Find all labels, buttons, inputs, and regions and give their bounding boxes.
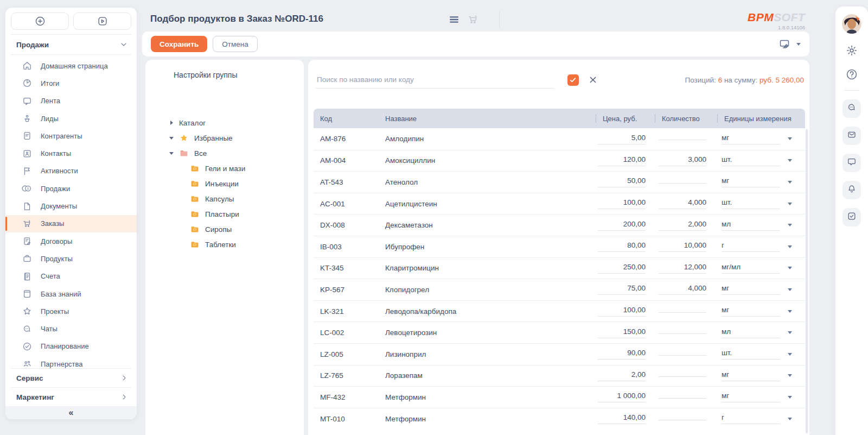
unit-select[interactable]: мг/мл (722, 263, 780, 274)
caret-down-icon[interactable] (788, 224, 792, 226)
user-avatar[interactable] (842, 14, 861, 34)
tree-caret-icon[interactable] (168, 121, 175, 125)
unit-select[interactable]: мл (722, 220, 780, 231)
settings-gear-icon[interactable] (845, 43, 859, 58)
price-input[interactable]: 5,00 (598, 134, 646, 144)
sidebar-section-marketing[interactable]: Маркетинг (5, 388, 137, 406)
caret-down-icon[interactable] (788, 159, 792, 162)
quantity-input[interactable] (659, 396, 706, 399)
caret-down-icon[interactable] (788, 245, 792, 248)
table-row[interactable]: LZ-005 Лизиноприл 90,00 шт. (314, 343, 805, 365)
sidebar-item[interactable]: Заказы (5, 215, 137, 232)
unit-select[interactable]: шт. (722, 198, 780, 209)
filter-checkbox[interactable] (567, 74, 579, 86)
unit-select[interactable]: мг (722, 392, 780, 402)
sidebar-item[interactable]: Продукты (5, 250, 137, 267)
sidebar-item[interactable]: Договоры (5, 232, 137, 250)
unit-select[interactable]: шт. (722, 349, 780, 360)
price-input[interactable]: 90,00 (598, 349, 646, 360)
comment-button[interactable] (843, 154, 861, 172)
tree-node[interactable]: Избранные (145, 130, 304, 146)
caret-down-icon[interactable] (788, 310, 792, 313)
caret-down-icon[interactable] (788, 331, 792, 334)
close-icon[interactable] (588, 74, 598, 85)
table-row[interactable]: AM-004 Амоксициллин 120,00 3,000 шт. (314, 150, 805, 172)
sidebar-item[interactable]: Документы (5, 197, 137, 215)
sidebar-item[interactable]: Счета (5, 268, 137, 285)
quantity-input[interactable] (659, 331, 706, 334)
sidebar-item[interactable]: Продажи (5, 180, 137, 197)
price-input[interactable]: 2,00 (598, 370, 646, 381)
table-row[interactable]: DX-008 Дексаметазон 200,00 2,000 мл (314, 214, 805, 236)
tree-node[interactable]: Сиропы (145, 222, 304, 237)
caret-down-icon[interactable] (788, 353, 792, 356)
tree-node[interactable]: Таблетки (145, 237, 304, 252)
quantity-input[interactable] (659, 353, 706, 356)
column-qty[interactable]: Количество (655, 114, 717, 123)
table-row[interactable]: AT-543 Атенолол 50,00 мг (314, 171, 805, 193)
cart-view-icon[interactable] (467, 13, 480, 26)
tree-node[interactable]: Инъекции (145, 176, 304, 191)
table-row[interactable]: LC-002 Левоцетирозин 150,00 мл (314, 321, 805, 343)
sidebar-item[interactable]: Контрагенты (5, 127, 137, 144)
tree-node[interactable]: Каталог (145, 115, 304, 130)
tree-caret-icon[interactable] (168, 152, 175, 155)
save-button[interactable]: Сохранить (151, 36, 207, 52)
table-row[interactable]: KT-345 Кларитромицин 250,00 12,000 мг/мл (314, 257, 805, 279)
sidebar-item[interactable]: Планирование (5, 338, 137, 355)
run-process-button[interactable] (73, 12, 131, 30)
table-row[interactable]: IB-003 Ибупрофен 80,00 10,000 г (314, 236, 805, 257)
quantity-input[interactable]: 2,000 (659, 220, 706, 231)
quantity-input[interactable]: 10,000 (659, 241, 706, 252)
cancel-button[interactable]: Отмена (213, 36, 257, 52)
column-unit[interactable]: Единицы измерения (717, 114, 805, 123)
caret-down-icon[interactable] (788, 288, 792, 291)
quantity-input[interactable] (659, 137, 706, 140)
price-input[interactable]: 75,00 (598, 284, 646, 295)
caret-down-icon[interactable] (788, 181, 792, 184)
quantity-input[interactable]: 3,000 (659, 155, 706, 166)
sidebar-item[interactable]: База знаний (5, 285, 137, 302)
unit-select[interactable]: мг (722, 284, 780, 295)
bell-button[interactable] (843, 181, 861, 199)
list-view-icon[interactable] (448, 14, 460, 26)
price-input[interactable]: 140,00 (598, 413, 646, 424)
caret-down-icon[interactable] (788, 267, 792, 269)
caret-down-icon[interactable] (788, 374, 792, 377)
price-input[interactable]: 80,00 (598, 241, 646, 252)
sidebar-item[interactable]: Партнерства (5, 355, 137, 368)
workspace-selector[interactable]: Продажи (5, 35, 137, 54)
sidebar-item[interactable]: Итоги (5, 74, 137, 92)
column-price[interactable]: Цена, руб. (596, 114, 655, 123)
unit-select[interactable]: г (722, 413, 780, 424)
price-input[interactable]: 200,00 (598, 220, 646, 231)
sidebar-item[interactable]: Контакты (5, 144, 137, 162)
quantity-input[interactable] (659, 418, 706, 420)
unit-select[interactable]: мг (722, 370, 780, 381)
unit-select[interactable]: мл (722, 327, 780, 338)
table-row[interactable]: AM-876 Амлодипин 5,00 мг (314, 128, 805, 150)
tree-node[interactable]: Все (145, 146, 304, 161)
sidebar-item[interactable]: Домашняя страница (5, 57, 137, 74)
tree-node[interactable]: Гели и мази (145, 161, 304, 176)
caret-down-icon[interactable] (788, 396, 792, 399)
price-input[interactable]: 50,00 (598, 176, 646, 187)
mail-button[interactable] (843, 127, 861, 145)
price-input[interactable]: 120,00 (598, 155, 646, 166)
quantity-input[interactable]: 4,000 (659, 284, 706, 295)
unit-select[interactable]: г (722, 241, 780, 252)
unit-select[interactable]: мг (722, 306, 780, 317)
table-row[interactable]: MF-432 Метформин 1 000,00 мг (314, 386, 805, 408)
column-name[interactable]: Название (378, 114, 596, 123)
table-row[interactable]: MT-010 Метформин 140,00 г (314, 408, 805, 430)
unit-select[interactable]: мг (722, 134, 780, 144)
sidebar-item[interactable]: Проекты (5, 302, 137, 320)
sidebar-item[interactable]: Чаты (5, 320, 137, 337)
sidebar-section-service[interactable]: Сервис (5, 369, 137, 387)
help-icon[interactable] (845, 67, 859, 81)
price-input[interactable]: 1 000,00 (598, 392, 646, 402)
table-scrollbar[interactable] (806, 129, 808, 433)
add-button[interactable] (11, 12, 69, 30)
table-row[interactable]: KP-567 Клопидогрел 75,00 4,000 мг (314, 279, 805, 300)
sidebar-item[interactable]: Лиды (5, 110, 137, 127)
